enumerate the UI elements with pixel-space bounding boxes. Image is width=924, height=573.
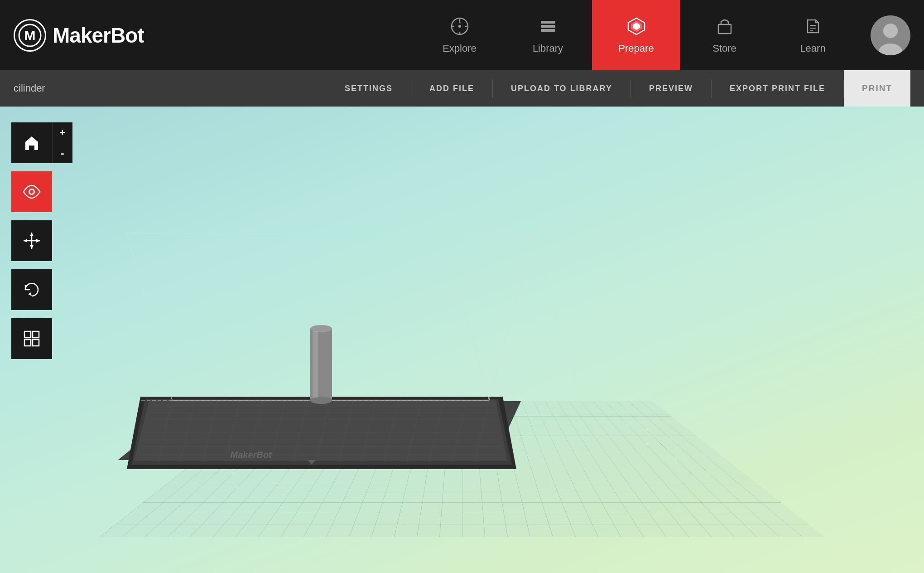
svg-marker-8 — [459, 20, 461, 24]
export-print-file-button[interactable]: EXPORT PRINT FILE — [712, 70, 843, 107]
nav-item-prepare[interactable]: Prepare — [592, 0, 680, 70]
svg-marker-76 — [28, 292, 32, 296]
print-button[interactable]: PRINT — [844, 70, 910, 107]
nav-items: Explore Library Prepare — [415, 0, 857, 70]
svg-rect-9 — [541, 21, 555, 24]
add-file-button[interactable]: ADD FILE — [411, 70, 492, 107]
svg-rect-79 — [24, 331, 31, 338]
svg-line-55 — [127, 233, 172, 400]
svg-line-56 — [444, 233, 489, 400]
logo-text: MakerBot — [53, 23, 144, 48]
move-button[interactable] — [11, 220, 52, 261]
scene-svg: MakerBot — [0, 107, 924, 573]
svg-rect-80 — [33, 331, 39, 338]
svg-point-20 — [883, 24, 898, 38]
home-zoom-group: + - — [11, 122, 72, 163]
nav-item-store[interactable]: Store — [680, 0, 769, 70]
svg-rect-11 — [541, 29, 555, 32]
upload-to-library-button[interactable]: UPLOAD TO LIBRARY — [493, 70, 630, 107]
learn-icon — [803, 16, 823, 39]
compass-icon — [450, 16, 470, 39]
user-avatar[interactable] — [871, 15, 910, 55]
svg-rect-10 — [541, 25, 555, 28]
preview-button[interactable]: PREVIEW — [631, 70, 711, 107]
svg-rect-81 — [24, 340, 31, 346]
zoom-in-button[interactable]: + — [52, 122, 72, 143]
svg-point-3 — [458, 25, 461, 28]
svg-text:MakerBot: MakerBot — [230, 450, 273, 460]
logo-icon: M — [14, 19, 46, 52]
prepare-label: Prepare — [618, 43, 654, 54]
zoom-out-button[interactable]: - — [52, 143, 72, 163]
svg-marker-27 — [134, 400, 507, 461]
zoom-controls: + - — [52, 122, 72, 163]
settings-button[interactable]: SETTINGS — [327, 70, 411, 107]
svg-rect-82 — [33, 340, 39, 346]
svg-marker-74 — [24, 239, 27, 243]
learn-label: Learn — [800, 43, 825, 54]
home-button[interactable] — [11, 122, 52, 163]
svg-rect-15 — [718, 24, 731, 34]
rotate-button[interactable] — [11, 269, 52, 310]
svg-point-69 — [30, 190, 34, 194]
view-button[interactable] — [11, 171, 52, 212]
svg-marker-73 — [30, 245, 34, 249]
nav-item-explore[interactable]: Explore — [415, 0, 504, 70]
library-icon — [538, 16, 558, 39]
viewport[interactable]: MakerBot — [0, 107, 924, 573]
store-label: Store — [712, 43, 736, 54]
top-navigation: M MakerBot Explore — [0, 0, 924, 70]
file-name: cilinder — [14, 83, 45, 94]
svg-marker-72 — [30, 233, 34, 236]
prepare-icon — [626, 16, 646, 39]
arrange-button[interactable] — [11, 318, 52, 359]
nav-item-library[interactable]: Library — [504, 0, 592, 70]
explore-label: Explore — [443, 43, 476, 54]
svg-marker-75 — [36, 239, 40, 243]
left-toolbar: + - — [11, 122, 72, 367]
toolbar: cilinder SETTINGS ADD FILE UPLOAD TO LIB… — [0, 70, 924, 107]
nav-item-learn[interactable]: Learn — [769, 0, 857, 70]
svg-rect-67 — [313, 331, 318, 398]
svg-line-59 — [82, 233, 127, 400]
svg-text:M: M — [24, 28, 36, 43]
svg-line-57 — [489, 233, 534, 400]
svg-line-63 — [534, 233, 580, 400]
logo[interactable]: M MakerBot — [14, 19, 144, 52]
store-icon — [715, 16, 735, 39]
library-label: Library — [533, 43, 563, 54]
